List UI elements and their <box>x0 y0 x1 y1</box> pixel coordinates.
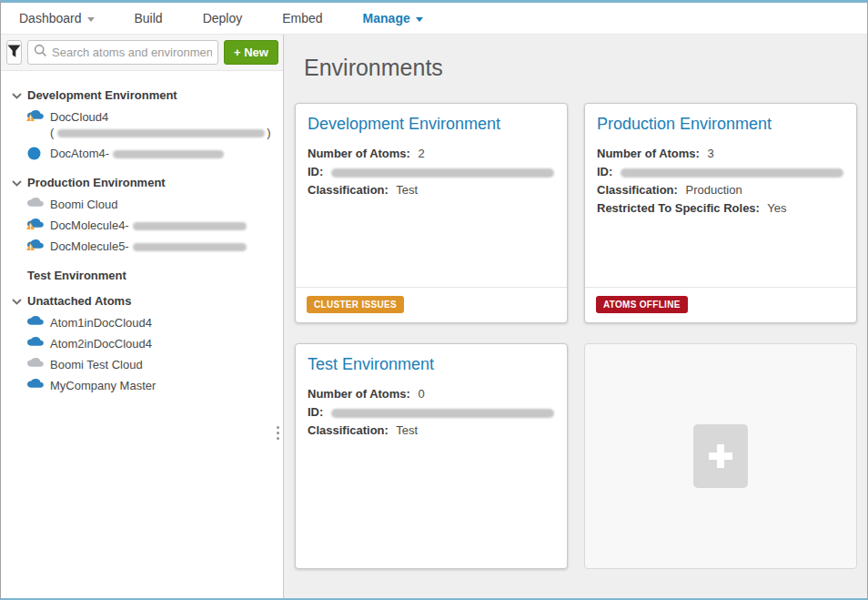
card-field: Classification: Test <box>308 181 555 199</box>
tree-item-label: Boomi Test Cloud <box>50 357 143 372</box>
warning-triangle-icon <box>26 239 35 253</box>
tree-item-doccloud4[interactable]: DocCloud4() <box>27 107 276 143</box>
nav-item-embed[interactable]: Embed <box>282 11 322 25</box>
field-value: 3 <box>704 147 714 160</box>
tree-item-docatom4-[interactable]: DocAtom4- <box>27 143 276 164</box>
sidebar-toolbar: + New <box>1 35 283 71</box>
page-title: Environments <box>304 55 853 81</box>
caret-down-icon <box>416 17 423 22</box>
card-field: Number of Atoms: 2 <box>308 145 555 163</box>
chevron-down-icon <box>12 176 22 189</box>
card-body: Test EnvironmentNumber of Atoms: 0ID:Cla… <box>296 344 567 568</box>
field-value: Test <box>393 183 418 197</box>
tree-item-label: Atom1inDocCloud4 <box>50 315 152 331</box>
redacted-id <box>133 222 247 230</box>
card-field: Number of Atoms: 0 <box>308 385 555 403</box>
tree-item-docmolecule5-[interactable]: DocMolecule5- <box>27 236 276 257</box>
sidebar-resize-handle[interactable] <box>275 426 280 440</box>
card-body: Production EnvironmentNumber of Atoms: 3… <box>585 104 856 287</box>
card-title-link[interactable]: Test Environment <box>308 355 555 374</box>
tree-section-unattached-atoms[interactable]: Unattached Atoms <box>12 294 276 308</box>
field-label: Number of Atoms: <box>308 147 410 160</box>
tree-item-label: Boomi Cloud <box>50 197 117 212</box>
add-environment-card[interactable] <box>584 343 857 569</box>
tree-section-label: Development Environment <box>27 88 177 102</box>
field-value: Test <box>393 423 418 437</box>
cloud-blue-icon <box>27 316 44 328</box>
tree-item-id-line: () <box>50 125 271 140</box>
atoms-sidebar: + New Development EnvironmentDocCloud4()… <box>1 35 284 598</box>
card-title-link[interactable]: Production Environment <box>597 115 844 134</box>
tree-item-atom2indoccloud4[interactable]: Atom2inDocCloud4 <box>27 333 276 354</box>
tree-item-label: Atom2inDocCloud4 <box>50 336 152 351</box>
content-area: + New Development EnvironmentDocCloud4()… <box>1 35 867 598</box>
cloud-warning-icon <box>27 239 44 251</box>
tree-section-development-environment[interactable]: Development Environment <box>12 88 276 102</box>
add-environment-plus-icon[interactable] <box>693 424 748 488</box>
field-value: 0 <box>415 387 425 401</box>
environment-card-production-environment: Production EnvironmentNumber of Atoms: 3… <box>584 103 857 323</box>
field-value: Production <box>682 183 742 197</box>
nav-item-build[interactable]: Build <box>135 11 163 25</box>
field-value: Yes <box>764 201 787 215</box>
nav-item-label: Deploy <box>203 11 243 25</box>
search-box[interactable] <box>27 40 218 65</box>
status-badge: ATOMS OFFLINE <box>596 296 688 313</box>
nav-item-label: Build <box>135 11 163 25</box>
redacted-id <box>331 409 554 418</box>
tree-section-label: Production Environment <box>27 176 166 189</box>
card-field: Classification: Test <box>308 422 555 440</box>
tree-item-atom1indoccloud4[interactable]: Atom1inDocCloud4 <box>27 312 276 333</box>
field-value: 2 <box>415 147 425 160</box>
field-label: Restricted To Specific Roles: <box>597 201 760 215</box>
caret-down-icon <box>87 17 95 22</box>
tree-section-production-environment[interactable]: Production Environment <box>12 176 276 189</box>
card-field: Number of Atoms: 3 <box>597 145 844 163</box>
redacted-id <box>57 129 265 137</box>
field-label: Number of Atoms: <box>308 387 410 401</box>
nav-item-label: Embed <box>282 11 322 25</box>
cloud-blue-icon <box>27 379 44 391</box>
warning-triangle-icon <box>26 219 35 232</box>
card-field: ID: <box>308 403 555 422</box>
main-panel: Environments Development EnvironmentNumb… <box>284 35 867 598</box>
redacted-id <box>331 168 554 178</box>
cloud-gray-icon <box>27 198 44 209</box>
new-button[interactable]: + New <box>224 40 278 65</box>
search-icon <box>34 44 47 61</box>
field-label: Classification: <box>308 183 389 197</box>
environment-card-development-environment: Development EnvironmentNumber of Atoms: … <box>295 103 568 323</box>
redacted-id <box>621 168 843 178</box>
nav-item-deploy[interactable]: Deploy <box>203 11 243 25</box>
tree-item-boomi-test-cloud[interactable]: Boomi Test Cloud <box>27 354 276 375</box>
search-input[interactable] <box>52 46 212 59</box>
tree-item-docmolecule4-[interactable]: DocMolecule4- <box>27 215 276 236</box>
redacted-id <box>133 243 247 251</box>
card-footer: ATOMS OFFLINE <box>585 287 856 322</box>
card-footer: CLUSTER ISSUES <box>296 287 567 322</box>
tree-item-mycompany-master[interactable]: MyCompany Master <box>27 375 276 396</box>
tree-section-label: Unattached Atoms <box>27 294 131 308</box>
card-field: Classification: Production <box>597 181 844 199</box>
environment-card-test-environment: Test EnvironmentNumber of Atoms: 0ID:Cla… <box>295 343 568 569</box>
card-field: ID: <box>308 163 555 181</box>
card-title-link[interactable]: Development Environment <box>308 115 555 134</box>
card-field: ID: <box>597 163 844 181</box>
nav-item-manage[interactable]: Manage <box>363 11 423 25</box>
card-field: Restricted To Specific Roles: Yes <box>597 199 844 218</box>
tree-item-label: MyCompany Master <box>50 378 156 393</box>
funnel-icon <box>7 45 21 61</box>
cloud-blue-icon <box>27 337 44 349</box>
warning-triangle-icon <box>26 110 35 124</box>
status-badge: CLUSTER ISSUES <box>307 296 404 313</box>
field-label: Classification: <box>308 423 389 437</box>
filter-button[interactable] <box>6 40 22 65</box>
tree-item-label: DocCloud4() <box>50 109 271 140</box>
cloud-warning-icon <box>27 219 44 230</box>
nav-item-label: Dashboard <box>19 11 82 25</box>
tree-item-boomi-cloud[interactable]: Boomi Cloud <box>27 194 276 215</box>
tree-item-label: DocMolecule4- <box>50 218 247 233</box>
card-body: Development EnvironmentNumber of Atoms: … <box>296 104 567 287</box>
nav-item-dashboard[interactable]: Dashboard <box>19 11 95 25</box>
chevron-down-icon <box>12 88 22 102</box>
